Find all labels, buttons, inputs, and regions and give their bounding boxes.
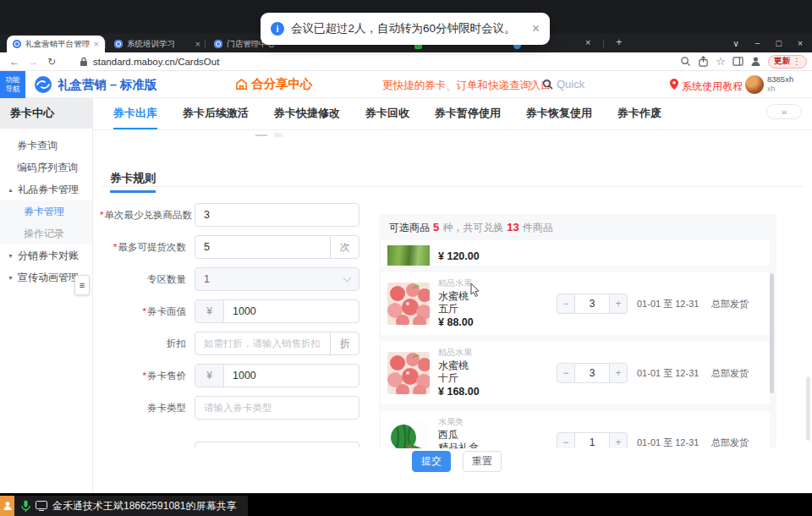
zone-count-select[interactable]: 1: [195, 267, 359, 291]
username-sub: xh: [767, 85, 793, 94]
function-nav-button[interactable]: 功能 导航: [0, 71, 25, 98]
window-close-icon[interactable]: ×: [792, 38, 809, 48]
partial-next-input: [195, 442, 359, 447]
chrome-update-button[interactable]: 更新 ⋮: [768, 55, 807, 69]
card-tabs: 券卡出库 券卡后续激活 券卡快捷修改 券卡回收 券卡暂停使用 券卡恢复使用 券卡…: [93, 98, 812, 130]
max-pickup-input[interactable]: [195, 236, 330, 258]
faded-text-fragment: [274, 133, 283, 137]
tab-card-activate[interactable]: 券卡后续激活: [183, 98, 249, 129]
sharer-avatar-icon: [0, 496, 14, 516]
browser-tab-gift-admin[interactable]: 礼盒营销平台管理中心 ×: [7, 36, 105, 52]
sidebar-item-distribution-reconciliation[interactable]: ▼ 分销券卡对账: [0, 244, 92, 266]
required-mark: *: [143, 306, 146, 316]
sidebar-item-label: 操作记录: [24, 227, 64, 241]
stepper-minus-button[interactable]: −: [557, 363, 575, 383]
stepper-plus-button[interactable]: +: [609, 432, 628, 448]
sidebar-collapse-handle[interactable]: ≡: [74, 275, 90, 295]
user-avatar[interactable]: [745, 75, 764, 94]
tab-close-icon[interactable]: ×: [94, 39, 99, 49]
tab-card-quick-edit[interactable]: 券卡快捷修改: [274, 98, 340, 129]
discount-input[interactable]: [195, 332, 330, 354]
kebab-menu-icon[interactable]: ⋮: [793, 57, 801, 66]
product-date-range: 01-01 至 12-31: [637, 436, 710, 448]
hand-pointer-icon: ☞: [525, 77, 536, 91]
tab-card-outbound[interactable]: 券卡出库: [113, 98, 157, 129]
forward-icon[interactable]: →: [24, 56, 42, 68]
form-row-card-type: 券卡类型: [93, 396, 376, 420]
sale-price-input[interactable]: [224, 365, 359, 387]
share-status-pill: 金禾通技术王斌18662591081的屏幕共享: [14, 496, 248, 516]
close-icon[interactable]: ×: [532, 21, 540, 36]
form-row-sale-price: *券卡售价 ¥: [93, 364, 376, 387]
product-row: 精品水果 水蜜桃 五斤 ¥ 88.00 − + 01-01 至 12-31 总部…: [381, 272, 770, 335]
window-maximize-icon[interactable]: □: [771, 38, 787, 48]
unit-suffix: 次: [330, 236, 359, 258]
tab-close-icon[interactable]: ×: [195, 39, 200, 49]
share-center-link[interactable]: 合分享中心: [235, 76, 313, 92]
min-exchange-input[interactable]: [195, 204, 359, 226]
main-scrollbar[interactable]: [806, 376, 810, 441]
address-bar[interactable]: standard.maboy.cn/CardsOut: [80, 57, 219, 67]
product-name: 水蜜桃: [438, 360, 557, 372]
tab-card-pause[interactable]: 券卡暂停使用: [435, 98, 501, 129]
stepper-plus-button[interactable]: +: [609, 363, 628, 383]
new-tab-button[interactable]: +: [616, 36, 623, 48]
quantity-input[interactable]: [575, 432, 609, 448]
stepper-minus-button[interactable]: −: [557, 294, 575, 314]
product-row: 水果类 西瓜 精品礼盒 ¥ 199.00 − + 01-01 至 12-31 总…: [381, 411, 770, 448]
tab-favicon-icon: [214, 40, 222, 48]
sidebar-item-card-query[interactable]: 券卡查询: [0, 134, 92, 156]
quantity-input[interactable]: [575, 363, 609, 383]
card-type-input[interactable]: [195, 397, 359, 419]
tutorial-link[interactable]: 系统使用教程: [682, 80, 743, 94]
microphone-icon: [21, 500, 30, 513]
product-price: ¥ 88.00: [438, 316, 557, 330]
product-spec: 十斤: [438, 372, 557, 385]
product-info: 水果类 西瓜 精品礼盒 ¥ 199.00: [438, 417, 557, 448]
window-chevron-icon[interactable]: ∨: [727, 38, 744, 48]
sidebar-item-label: 宣传动画管理: [18, 271, 79, 285]
tab-close-icon[interactable]: ×: [585, 37, 590, 47]
face-value-input[interactable]: [224, 300, 359, 322]
required-mark: *: [143, 371, 146, 381]
profile-icon[interactable]: [750, 56, 761, 67]
share-icon[interactable]: [698, 56, 709, 67]
quick-label[interactable]: Quick: [557, 78, 584, 91]
zoom-icon[interactable]: [680, 56, 691, 67]
window-minimize-icon[interactable]: −: [749, 38, 765, 48]
panel-scrollbar[interactable]: [770, 273, 774, 393]
tab-favicon-icon: [114, 40, 123, 48]
quick-search-icon[interactable]: [542, 79, 553, 90]
form-actions: 提交 重置: [412, 451, 502, 472]
refresh-icon[interactable]: ↻: [42, 56, 61, 68]
browser-tab-label: 系统培训学习: [127, 39, 191, 50]
collapse-right-button[interactable]: »: [766, 104, 802, 119]
tab-card-void[interactable]: 券卡作废: [617, 98, 661, 129]
card-rules-form: *单次最少兑换商品数 *最多可提货次数 次 专区数量 1: [93, 203, 376, 428]
field-label: *最多可提货次数: [100, 241, 191, 254]
min-exchange-field: [195, 203, 359, 227]
quantity-input[interactable]: [575, 294, 609, 314]
sidebar-item-card-management[interactable]: 券卡管理: [0, 200, 92, 222]
warehouse-icon: [235, 78, 248, 91]
summary-unit: 种，共可兑换: [442, 221, 503, 235]
tab-card-resume[interactable]: 券卡恢复使用: [526, 98, 592, 129]
browser-tab-training[interactable]: 系统培训学习 ×: [108, 36, 206, 52]
stepper-plus-button[interactable]: +: [609, 294, 628, 314]
back-icon[interactable]: ←: [5, 56, 24, 68]
tab-card-recycle[interactable]: 券卡回收: [365, 98, 409, 129]
bookmark-star-icon[interactable]: ☆: [716, 56, 726, 67]
sidebar-item-operation-log[interactable]: 操作记录: [0, 222, 92, 244]
reset-button[interactable]: 重置: [463, 451, 502, 472]
app-title: 礼盒营销 – 标准版: [58, 77, 157, 93]
stepper-minus-button[interactable]: −: [557, 432, 575, 448]
form-row-min-exchange: *单次最少兑换商品数: [93, 203, 376, 227]
product-image-greens: [387, 245, 430, 266]
sidebar-item-gift-card-management[interactable]: ▲ 礼品券卡管理: [0, 178, 92, 200]
submit-button[interactable]: 提交: [412, 451, 451, 472]
side-panel-icon[interactable]: [732, 56, 743, 67]
form-row-face-value: *券卡面值 ¥: [93, 299, 376, 323]
brand-logo-icon: [34, 75, 52, 94]
sidebar-item-code-sequence-query[interactable]: 编码序列查询: [0, 156, 92, 178]
share-center-label: 合分享中心: [251, 76, 313, 92]
